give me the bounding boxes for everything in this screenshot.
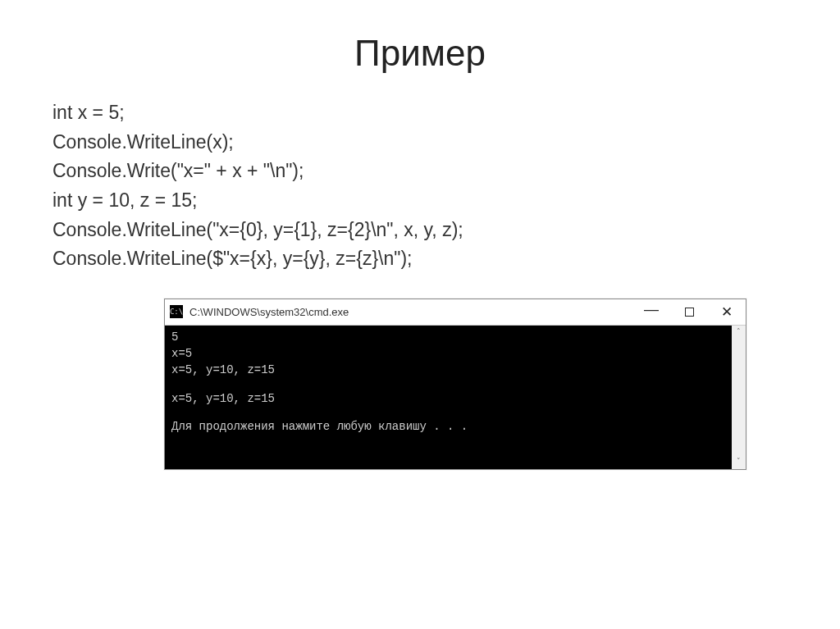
cmd-output: 5 x=5 x=5, y=10, z=15 x=5, y=10, z=15 Дл…	[171, 329, 739, 435]
square-icon	[685, 308, 694, 317]
slide: Пример int x = 5; Console.WriteLine(x); …	[0, 0, 840, 629]
scroll-up-icon[interactable]: ˄	[732, 326, 746, 340]
scrollbar[interactable]: ˄ ˅	[732, 326, 746, 469]
maximize-button[interactable]	[670, 299, 708, 325]
code-line: int y = 10, z = 15;	[52, 186, 791, 216]
code-line: int x = 5;	[52, 98, 791, 128]
code-line: Console.WriteLine("x={0}, y={1}, z={2}\n…	[52, 216, 791, 245]
titlebar: C:\ C:\WINDOWS\system32\cmd.exe — ✕	[165, 299, 746, 326]
blank-line	[171, 407, 725, 418]
output-line: x=5	[171, 345, 725, 362]
slide-title: Пример	[49, 33, 791, 74]
code-line: Console.WriteLine($"x={x}, y={y}, z={z}\…	[52, 244, 791, 274]
cmd-body: 5 x=5 x=5, y=10, z=15 x=5, y=10, z=15 Дл…	[165, 326, 746, 469]
code-block: int x = 5; Console.WriteLine(x); Console…	[52, 98, 791, 274]
blank-line	[171, 379, 725, 390]
window-title: C:\WINDOWS\system32\cmd.exe	[189, 306, 632, 318]
cmd-window: C:\ C:\WINDOWS\system32\cmd.exe — ✕ 5 x=…	[164, 299, 746, 470]
window-controls: — ✕	[632, 299, 746, 325]
output-line: Для продолжения нажмите любую клавишу . …	[171, 418, 725, 435]
cmd-icon: C:\	[170, 305, 183, 318]
code-line: Console.Write("x=" + x + "\n");	[52, 157, 791, 186]
code-line: Console.WriteLine(x);	[52, 128, 791, 157]
close-button[interactable]: ✕	[708, 299, 746, 325]
output-line: x=5, y=10, z=15	[171, 362, 725, 378]
output-line: x=5, y=10, z=15	[171, 390, 725, 407]
output-line: 5	[171, 329, 725, 345]
minimize-button[interactable]: —	[632, 297, 670, 322]
scroll-down-icon[interactable]: ˅	[732, 455, 746, 469]
